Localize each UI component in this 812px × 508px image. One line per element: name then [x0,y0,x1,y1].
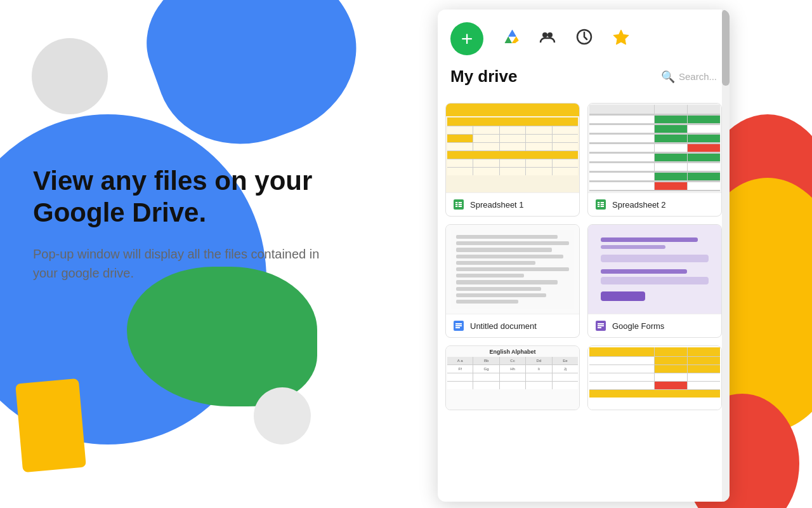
sheets-icon-2 [594,198,607,211]
starred-nav-icon[interactable] [612,27,631,51]
left-content: View any files on your Google Drive. Pop… [33,165,337,283]
sub-text: Pop-up window will display all the files… [33,244,337,283]
svg-rect-20 [598,325,604,326]
file-card-spreadsheet1[interactable]: Spreadsheet 1 [445,103,580,217]
file-card-yellow-sheet[interactable] [587,345,722,410]
forms-icon [594,319,607,332]
file-card-spreadsheet2[interactable]: Spreadsheet 2 [587,103,722,217]
bg-decoration-yellow-rect [15,378,86,472]
popup-panel: + [438,10,730,502]
svg-rect-19 [598,323,604,324]
svg-rect-10 [598,202,604,203]
search-box[interactable]: 🔍 Search... [661,70,717,84]
file-thumb-alphabet: English Alphabet A a Bb Cc Dd Ee Ff Gg H… [446,346,579,410]
svg-point-1 [547,32,553,37]
file-card-alphabet[interactable]: English Alphabet A a Bb Cc Dd Ee Ff Gg H… [445,345,580,410]
file-thumb-doc1 [446,225,579,314]
popup-header: + [438,10,730,103]
svg-rect-6 [455,204,462,205]
file-name-doc1: Untitled document [470,321,537,331]
file-card-forms1[interactable]: Google Forms [587,224,722,338]
docs-icon [452,319,465,332]
files-grid: Spreadsheet 1 [438,103,730,418]
svg-marker-3 [613,30,629,44]
nav-icons-row: + [450,22,717,55]
sheets-icon [452,198,465,211]
file-label-forms1: Google Forms [588,314,721,337]
main-heading: View any files on your Google Drive. [33,165,337,229]
search-icon: 🔍 [661,70,675,84]
file-label-spreadsheet2: Spreadsheet 2 [588,192,721,216]
search-placeholder: Search... [679,71,717,82]
scrollbar-thumb[interactable] [722,10,730,86]
add-button[interactable]: + [450,22,483,55]
header-row: My drive 🔍 Search... [450,67,717,86]
file-name-spreadsheet1: Spreadsheet 1 [470,200,524,210]
file-thumb-forms1 [588,225,721,314]
bg-decoration-green-blob [127,267,317,406]
file-thumb-spreadsheet2 [588,104,721,192]
bg-decoration-gray-circle2 [254,387,311,444]
file-name-forms1: Google Forms [612,321,664,331]
shared-nav-icon[interactable] [538,27,557,51]
svg-rect-7 [455,206,462,207]
svg-rect-11 [598,204,604,205]
svg-rect-21 [598,327,601,328]
my-drive-title: My drive [450,67,518,86]
svg-rect-15 [455,323,462,324]
file-name-spreadsheet2: Spreadsheet 2 [612,200,666,210]
file-label-doc1: Untitled document [446,314,579,337]
scrollbar-track[interactable] [722,10,730,502]
svg-rect-17 [455,327,460,328]
svg-rect-16 [455,325,462,326]
file-thumb-spreadsheet1 [446,104,579,192]
bg-decoration-gray-circle [32,38,108,114]
bg-decoration-blue-top [128,0,379,169]
recent-nav-icon[interactable] [575,27,594,51]
file-card-doc1[interactable]: Untitled document [445,224,580,338]
file-label-spreadsheet1: Spreadsheet 1 [446,192,579,216]
svg-rect-12 [598,206,604,207]
file-thumb-yellow-sheet [588,346,721,410]
drive-nav-icon[interactable] [501,27,520,51]
svg-point-0 [542,32,547,37]
plus-icon: + [461,27,473,51]
svg-rect-5 [455,202,462,203]
